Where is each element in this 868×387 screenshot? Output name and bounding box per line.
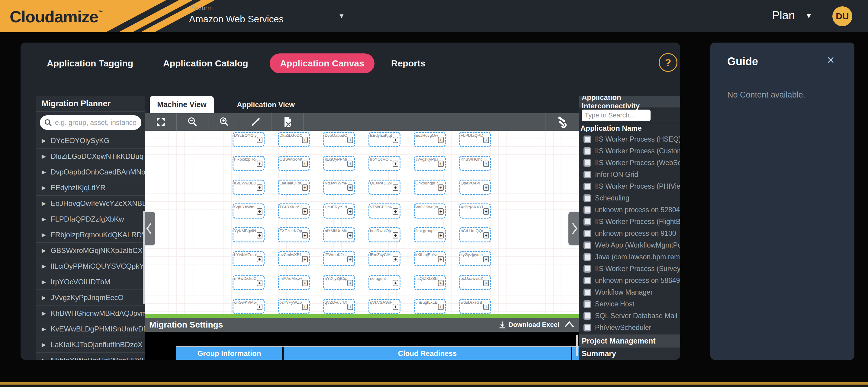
- application-list-item[interactable]: IIS Worker Process (PHIView): [579, 181, 680, 192]
- canvas-group-box[interactable]: DYcEOYOiySyKG+: [232, 132, 265, 147]
- canvas-group-box[interactable]: QpeVOeVFlQlopddxOgE...+: [459, 180, 491, 195]
- add-to-group-button[interactable]: +: [257, 161, 262, 167]
- canvas-group-box[interactable]: DluZiLGoDCXqwNTikKD...+: [278, 132, 310, 147]
- application-checkbox[interactable]: [584, 171, 591, 179]
- application-list-item[interactable]: unknown process on 58649: [579, 275, 680, 287]
- tab-application-catalog[interactable]: Application Catalog: [163, 54, 248, 73]
- canvas-group-box[interactable]: nYtXlyZjICqXoDAmeAcXl+: [323, 275, 355, 290]
- expander-icon[interactable]: ▶: [42, 137, 46, 144]
- canvas-group-box[interactable]: mRwDickLCbEBakJPgP...+: [232, 275, 265, 290]
- application-list-item[interactable]: IIS Worker Process (HSEQ): [579, 133, 680, 145]
- canvas-group-box[interactable]: SqfLYnWmHICKNxByvtu...+: [232, 203, 265, 219]
- canvas-group-box[interactable]: NdJwYWmPmHqGMwa...+: [323, 180, 355, 195]
- add-to-group-button[interactable]: +: [257, 256, 262, 262]
- canvas-group-box[interactable]: unBugfLxLEtOudMyqHO...+: [414, 299, 446, 314]
- add-to-group-button[interactable]: +: [302, 256, 308, 262]
- add-to-group-button[interactable]: +: [483, 161, 489, 167]
- add-to-group-button[interactable]: +: [393, 161, 398, 167]
- application-list-item[interactable]: Infor ION Grid: [579, 169, 680, 181]
- application-list-item[interactable]: SQL Server Database Mail: [579, 310, 680, 322]
- canvas-group-box[interactable]: qVkVSASnPRBeSzicEBX...+: [369, 299, 401, 314]
- canvas-group-box[interactable]: IlLciOyPPMiCQUYSVCQ...+: [323, 156, 355, 171]
- add-to-group-button[interactable]: +: [257, 232, 262, 238]
- application-checkbox[interactable]: [584, 194, 591, 202]
- canvas-group-box[interactable]: XrBrgAKXYByltGFdCCYH+: [459, 203, 491, 219]
- add-to-group-button[interactable]: +: [302, 137, 308, 143]
- add-to-group-button[interactable]: +: [483, 256, 489, 262]
- expander-icon[interactable]: ▶: [42, 231, 46, 238]
- application-list-item[interactable]: unknown process on 52804: [579, 204, 680, 216]
- expander-icon[interactable]: ▶: [42, 185, 46, 191]
- canvas-group-box[interactable]: LaKIalKJToOjanflutflnB...+: [278, 180, 310, 195]
- sidebar-group-item[interactable]: ▶IlLciOyPPMiCQUYSVCQpkYIHTy: [36, 258, 145, 274]
- add-to-group-button[interactable]: +: [257, 137, 262, 143]
- canvas-group-box[interactable]: pzlrVFyWZowfLeNPsihQ...+: [278, 299, 310, 314]
- canvas-group-box[interactable]: QLXPKDSxFteSlqBrudw...+: [369, 180, 401, 195]
- canvas-group-box[interactable]: onGwKVMoBSkqIevPk+: [232, 299, 265, 314]
- add-to-group-button[interactable]: +: [438, 232, 444, 238]
- add-to-group-button[interactable]: +: [438, 137, 444, 143]
- canvas-group-box[interactable]: YyKMBgvINNYIQtCfLXo...+: [232, 227, 265, 243]
- section-summary[interactable]: Summary: [579, 347, 680, 360]
- application-checkbox[interactable]: [584, 253, 591, 261]
- expander-icon[interactable]: ▶: [42, 169, 46, 175]
- add-to-group-button[interactable]: +: [393, 137, 398, 143]
- tab-reports[interactable]: Reports: [391, 54, 425, 73]
- canvas-group-box[interactable]: hvCmIwXRLTqPHDSJqS+: [278, 251, 310, 266]
- user-avatar[interactable]: DU: [832, 6, 852, 26]
- add-to-group-button[interactable]: +: [438, 208, 444, 215]
- add-to-group-button[interactable]: +: [302, 232, 308, 238]
- add-to-group-button[interactable]: +: [347, 280, 353, 286]
- clear-canvas-button[interactable]: [272, 113, 303, 131]
- application-list-item[interactable]: IIS Worker Process (WebServic...: [579, 157, 680, 169]
- machine-canvas[interactable]: DYcEOYOiySyKG+DluZiLGoDCXqwNTikKD...+Dvp…: [145, 131, 579, 314]
- add-to-group-button[interactable]: +: [302, 208, 308, 215]
- sidebar-group-item[interactable]: ▶DluZiLGoDCXqwNTikKDBuq: [36, 149, 145, 164]
- add-to-group-button[interactable]: +: [302, 304, 308, 310]
- canvas-group-box[interactable]: bucRwoiOjxAvFtcoJltic+: [369, 227, 401, 243]
- expander-icon[interactable]: ▶: [42, 310, 46, 317]
- canvas-group-box[interactable]: lPWmuKJxidKXDR+: [323, 251, 355, 266]
- canvas-group-box[interactable]: FLPDfaQPDZzfgXbKw+: [459, 132, 491, 147]
- canvas-group-box[interactable]: blYMbUoMkOFvcsuWEml+: [323, 227, 355, 243]
- add-to-group-button[interactable]: +: [483, 304, 489, 310]
- tab-machine-view[interactable]: Machine View: [150, 96, 214, 113]
- application-list-item[interactable]: PhiViewScheduler: [579, 322, 680, 333]
- add-to-group-button[interactable]: +: [483, 280, 489, 286]
- add-to-group-button[interactable]: +: [393, 232, 398, 238]
- canvas-group-box[interactable]: KhBWHGhcnwMBRdAQ...+: [459, 156, 491, 171]
- canvas-group-box[interactable]: hYwbMTmuDCxsFAaH...+: [232, 251, 265, 266]
- add-to-group-button[interactable]: +: [347, 208, 353, 215]
- canvas-group-box[interactable]: VFWCFDnNSSwdVSg+: [369, 203, 401, 219]
- add-to-group-button[interactable]: +: [257, 280, 262, 286]
- add-to-group-button[interactable]: +: [302, 161, 308, 167]
- sidebar-search-box[interactable]: [40, 115, 141, 130]
- sidebar-group-item[interactable]: ▶DvpOapbdOnbCaedBAnMNoBjZZ: [36, 164, 145, 180]
- canvas-group-box[interactable]: hCtLUmQQaaulOphkUyg...+: [459, 227, 491, 243]
- add-to-group-button[interactable]: +: [393, 304, 398, 310]
- add-to-group-button[interactable]: +: [347, 185, 353, 191]
- canvas-group-box[interactable]: TGrRXIudSPlJoQTnoTw...+: [278, 203, 310, 219]
- sidebar-group-item[interactable]: ▶JVvgzKyPpJnqmEecO: [36, 290, 145, 305]
- sidebar-group-item[interactable]: ▶KvEWwBLDgPHMISnUmfvDNiXRov: [36, 321, 145, 337]
- canvas-scroll-right-button[interactable]: [568, 212, 579, 246]
- application-checkbox[interactable]: [584, 218, 591, 226]
- canvas-group-box[interactable]: WfGJKwrQbwKemp+: [414, 203, 446, 219]
- expander-icon[interactable]: ▶: [42, 294, 46, 301]
- chevron-down-icon[interactable]: ▼: [805, 11, 812, 20]
- canvas-group-box[interactable]: GBSWxroMGqjNKXpJal...+: [278, 156, 310, 171]
- fit-screen-button[interactable]: [145, 113, 176, 131]
- close-icon[interactable]: ×: [827, 53, 835, 67]
- expander-icon[interactable]: ▶: [42, 216, 46, 223]
- sidebar-group-item[interactable]: ▶KhBWHGhcnwMBRdAQJpvm: [36, 305, 145, 321]
- application-checkbox[interactable]: [584, 289, 591, 296]
- add-to-group-button[interactable]: +: [438, 185, 444, 191]
- add-to-group-button[interactable]: +: [483, 137, 489, 143]
- canvas-group-box[interactable]: nsQtZKfxSLKIxOpBVcX...+: [414, 275, 446, 290]
- application-checkbox[interactable]: [584, 230, 591, 237]
- add-to-group-button[interactable]: +: [393, 256, 398, 262]
- migration-settings-header[interactable]: Migration Settings Download Excel: [145, 318, 579, 332]
- expander-icon[interactable]: ▶: [42, 279, 46, 285]
- canvas-group-box[interactable]: mlAAuMixwVtvQ+: [278, 275, 310, 290]
- add-to-group-button[interactable]: +: [393, 280, 398, 286]
